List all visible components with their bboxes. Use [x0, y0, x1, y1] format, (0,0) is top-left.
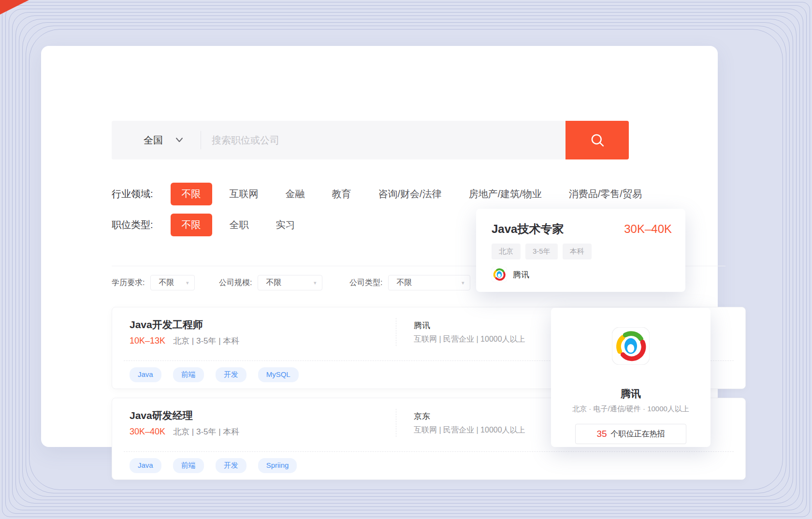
caret-down-icon: ▾: [462, 280, 464, 286]
job-type-filter-row: 职位类型: 不限 全职 实习: [112, 214, 322, 236]
industry-option[interactable]: 教育: [332, 187, 351, 201]
education-filter: 学历要求: 不限 ▾: [112, 275, 195, 290]
job-popup-header: Java技术专家 30K–40K: [492, 221, 672, 237]
search-icon: [589, 132, 606, 148]
industry-option[interactable]: 咨询/财会/法律: [378, 187, 442, 201]
job-popup-company: 腾讯: [492, 267, 529, 282]
job-tags: Java 前端 开发 MySQL: [130, 367, 299, 382]
tencent-qq-logo: [612, 327, 650, 365]
job-popup-tag: 3-5年: [525, 244, 558, 260]
company-type-dropdown-value: 不限: [396, 278, 412, 288]
industry-filter-label: 行业领域:: [112, 187, 153, 201]
company-size-dropdown[interactable]: 不限 ▾: [258, 275, 322, 290]
company-popup[interactable]: 腾讯 北京 · 电子/通信/硬件 · 10000人以上 35 个职位正在热招: [551, 308, 710, 447]
job-company-meta: 互联网 | 民营企业 | 10000人以上: [414, 425, 525, 435]
education-filter-label: 学历要求:: [112, 278, 145, 288]
company-size-filter-label: 公司规模:: [219, 278, 252, 288]
job-popup-salary: 30K–40K: [624, 222, 672, 236]
hot-jobs-label: 个职位正在热招: [611, 429, 665, 439]
job-tag[interactable]: 开发: [216, 458, 246, 473]
company-type-filter-label: 公司类型:: [349, 278, 382, 288]
job-tag[interactable]: Java: [130, 458, 161, 473]
job-meta: 北京 | 3-5年 | 本科: [173, 426, 239, 437]
job-tags: Java 前端 开发 Spriing: [130, 458, 297, 473]
company-size-dropdown-value: 不限: [266, 278, 281, 288]
education-dropdown[interactable]: 不限 ▾: [150, 275, 195, 290]
chevron-down-icon: [175, 137, 183, 143]
company-size-filter: 公司规模: 不限 ▾: [219, 275, 322, 290]
app-background: 全国 行业领域: 不限 互联网 金融 教育 咨询/财会/法律 房地产/建筑/物业…: [0, 0, 812, 519]
industry-option[interactable]: 消费品/零售/贸易: [569, 187, 642, 201]
job-detail-popup[interactable]: Java技术专家 30K–40K 北京 3-5年 本科 腾讯: [476, 209, 685, 292]
caret-down-icon: ▾: [314, 280, 317, 286]
job-type-option-selected[interactable]: 不限: [171, 214, 212, 236]
company-popup-meta: 北京 · 电子/通信/硬件 · 10000人以上: [551, 404, 710, 414]
dashed-divider-vertical: [396, 409, 396, 437]
job-tag[interactable]: Java: [130, 367, 161, 382]
education-dropdown-value: 不限: [159, 278, 174, 288]
job-title: Java研发经理: [130, 409, 193, 422]
search-bar: 全国: [112, 121, 566, 159]
job-popup-tag: 北京: [492, 244, 521, 260]
job-salary: 10K–13K: [130, 336, 165, 346]
company-popup-name: 腾讯: [551, 387, 710, 401]
job-tag[interactable]: 开发: [216, 367, 246, 382]
industry-filter-row: 行业领域: 不限 互联网 金融 教育 咨询/财会/法律 房地产/建筑/物业 消费…: [112, 183, 669, 205]
job-salary-row: 10K–13K 北京 | 3-5年 | 本科: [130, 335, 239, 346]
job-company-name: 京东: [414, 411, 430, 422]
job-type-option[interactable]: 实习: [276, 218, 295, 231]
job-tag[interactable]: 前端: [173, 367, 204, 382]
job-meta: 北京 | 3-5年 | 本科: [173, 335, 239, 346]
tencent-qq-logo: [492, 267, 507, 282]
job-type-option[interactable]: 全职: [230, 218, 249, 231]
industry-option[interactable]: 互联网: [230, 187, 259, 201]
job-popup-company-name: 腾讯: [513, 269, 529, 280]
company-type-filter: 公司类型: 不限 ▾: [349, 275, 470, 290]
hot-jobs-button[interactable]: 35 个职位正在热招: [575, 424, 686, 444]
job-salary: 30K–40K: [130, 427, 165, 437]
industry-option[interactable]: 金融: [286, 187, 305, 201]
dashed-divider-horizontal: [124, 451, 734, 452]
hot-jobs-count: 35: [596, 429, 607, 439]
dashed-divider-vertical: [396, 318, 396, 346]
job-popup-title: Java技术专家: [492, 221, 564, 237]
job-popup-tags: 北京 3-5年 本科: [492, 244, 592, 260]
job-tag[interactable]: MySQL: [258, 367, 299, 382]
region-select[interactable]: 全国: [112, 134, 201, 147]
search-button[interactable]: [566, 121, 629, 159]
region-select-value: 全国: [144, 134, 163, 147]
job-company-name: 腾讯: [414, 320, 430, 331]
industry-option[interactable]: 房地产/建筑/物业: [469, 187, 542, 201]
job-type-filter-label: 职位类型:: [112, 218, 153, 231]
job-title: Java开发工程师: [130, 318, 203, 332]
corner-accent: [0, 0, 29, 14]
company-type-dropdown[interactable]: 不限 ▾: [388, 275, 470, 290]
search-input[interactable]: [212, 135, 566, 146]
search-divider: [201, 131, 201, 149]
industry-option-selected[interactable]: 不限: [171, 183, 212, 205]
job-tag[interactable]: 前端: [173, 458, 204, 473]
job-company-meta: 互联网 | 民营企业 | 10000人以上: [414, 334, 525, 345]
job-popup-tag: 本科: [563, 244, 592, 260]
caret-down-icon: ▾: [186, 280, 189, 286]
job-tag[interactable]: Spriing: [258, 458, 297, 473]
job-salary-row: 30K–40K 北京 | 3-5年 | 本科: [130, 426, 239, 437]
